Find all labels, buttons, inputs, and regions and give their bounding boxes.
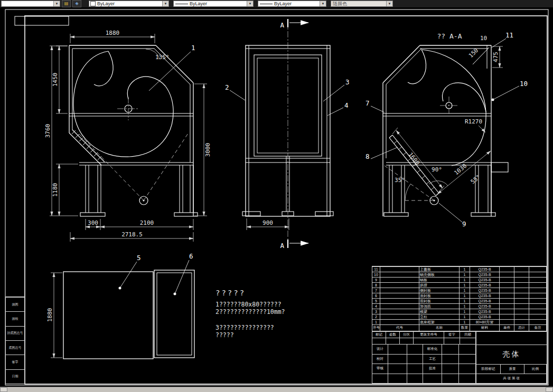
check-label: 校对 [372, 355, 388, 365]
balloon-11: 11 [505, 31, 513, 39]
part-row-no: 11 [372, 266, 380, 272]
plotstyle-combo-value: 随颜色 [331, 1, 386, 7]
header-remark: 备注 [529, 324, 547, 331]
part-row-no: 4 [372, 303, 380, 309]
dim-plan-h-total: 3760 [44, 124, 51, 138]
sheet-count-label: 共 张 第 张 [476, 374, 547, 384]
part-row-total-weight [514, 277, 529, 282]
margin-field: 签字 [6, 355, 24, 369]
part-row-unit-weight [500, 298, 514, 303]
part-row-total-weight [514, 298, 529, 303]
part-row-no: 8 [372, 282, 380, 288]
header-no: 序号 [372, 324, 380, 331]
part-row-remark [529, 303, 547, 309]
balloon-9: 9 [462, 220, 466, 228]
color-combo-value: ByLayer [96, 1, 162, 6]
part-row-material: 80×80方管 [470, 319, 500, 324]
part-row-unit-weight [500, 293, 514, 298]
part-row-code [380, 309, 419, 314]
part-row-unit-weight [500, 266, 514, 272]
dim-plan-h-right: 3000 [204, 143, 211, 157]
part-row-qty: 1 [460, 303, 470, 309]
part-row-material: Q235-B [470, 309, 500, 314]
scrollbar-track[interactable] [7, 387, 546, 392]
balloon-2: 2 [225, 83, 229, 91]
linetype-combo-value: ByLayer [188, 1, 247, 6]
part-row-remark [529, 293, 547, 298]
linetype-sample [175, 4, 188, 4]
balloon-6: 6 [189, 252, 193, 260]
notes-line-1: 1??????80x80?????? [215, 301, 282, 308]
chevron-down-icon[interactable]: ▼ [320, 1, 326, 6]
color-combo[interactable]: ByLayer ▼ [89, 1, 169, 7]
chevron-down-icon[interactable]: ▼ [247, 1, 253, 6]
plotstyle-combo[interactable]: 随颜色 ▼ [331, 1, 393, 7]
part-row-total-weight [514, 272, 529, 277]
dim-angle-90: 90° [432, 166, 442, 173]
part-row-no: 10 [372, 272, 380, 277]
chevron-down-icon[interactable]: ▼ [53, 1, 60, 6]
make-layer-current-icon[interactable]: ▤ [62, 0, 71, 7]
approve-label: 批准 [423, 364, 442, 374]
part-row-material: Q235-B [470, 272, 500, 277]
part-row-name: 后封板 [419, 293, 460, 298]
notes-line-4: ????? [215, 331, 234, 339]
lineweight-combo-value: ByLayer [273, 1, 320, 6]
balloon-10: 10 [520, 80, 528, 88]
part-row-no: 7 [372, 288, 380, 293]
margin-field: 描校 [6, 311, 24, 326]
notes-line-2: 2?????????????10mm? [215, 308, 285, 315]
scroll-left-button[interactable] [0, 387, 7, 392]
part-row-remark [529, 314, 547, 319]
dim-plan-base-total: 2718.5 [121, 231, 143, 238]
chevron-down-icon[interactable]: ▼ [162, 1, 168, 6]
part-row-unit-weight [500, 309, 514, 314]
part-row-material: Q235-B [470, 298, 500, 303]
signature-grid: 设计 标准化 校对 工艺 审核 批准 [372, 345, 476, 384]
header-material: 材料 [470, 324, 500, 331]
part-row-code [380, 288, 419, 293]
parts-list-rows: 11 上盖板 1 Q235-B 10 蜗壳侧板 1 Q235-B 9 [372, 266, 547, 324]
part-row-total-weight [514, 293, 529, 298]
part-row-unit-weight [500, 303, 514, 309]
rev-zone-label: 分区 [400, 332, 414, 338]
part-row-unit-weight [500, 314, 514, 319]
horizontal-scrollbar[interactable] [0, 387, 553, 392]
dim-plate-10: 10 [480, 35, 487, 42]
part-row-remark [529, 272, 547, 277]
part-row-unit-weight [500, 288, 514, 293]
dim-plan-base-left: 300 [88, 219, 98, 226]
part-row-no: 9 [372, 277, 380, 282]
part-row-code [380, 293, 419, 298]
margin-field: 旧底图总号 [6, 326, 24, 340]
part-row-qty: 1 [460, 309, 470, 314]
part-row-material: Q235-B [470, 303, 500, 309]
scroll-right-button[interactable] [546, 387, 553, 392]
part-row-qty: 1 [460, 293, 470, 298]
chevron-down-icon[interactable]: ▼ [386, 1, 392, 6]
part-row-total-weight [514, 266, 529, 272]
part-row-code [380, 298, 419, 303]
part-row-code [380, 282, 419, 288]
layer-combo[interactable]: ▼ [1, 1, 60, 7]
part-row-material: Q235-B [470, 266, 500, 272]
header-name: 名称 [419, 324, 460, 331]
lineweight-combo[interactable]: ByLayer ▼ [258, 1, 326, 7]
part-row-total-weight [514, 303, 529, 309]
standardize-label: 标准化 [423, 345, 442, 355]
dim-plan-base-mid: 2100 [140, 219, 154, 226]
margin-field: 底图总号 [6, 340, 24, 355]
part-row-name: 加强筋 [419, 303, 460, 309]
properties-toolbar: ▼ ▤ ◈ ByLayer ▼ ByLayer ▼ ByLayer ▼ 随颜色 … [0, 0, 553, 7]
part-row-total-weight [514, 319, 529, 324]
title-block: 标记 处数 分区 更改文件号 签字 日期 设计 标准化 校对 工艺 审核 [372, 331, 547, 384]
dim-radius: R1270 [465, 118, 482, 125]
layer-previous-icon[interactable]: ◈ [72, 0, 81, 7]
section-letter-top: A [280, 21, 284, 29]
part-row-material: Q235-B [470, 282, 500, 288]
review-label: 审核 [372, 364, 388, 374]
part-row-remark [529, 266, 547, 272]
linetype-combo[interactable]: ByLayer ▼ [173, 1, 254, 7]
part-row-qty: 1 [460, 298, 470, 303]
balloon-1: 1 [191, 44, 195, 52]
